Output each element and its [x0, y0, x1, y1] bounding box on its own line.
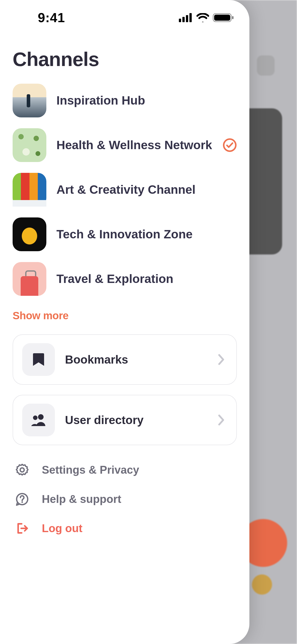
status-icons [179, 13, 237, 23]
channel-item-tech-innovation[interactable]: Tech & Innovation Zone [13, 217, 237, 251]
chevron-right-icon [218, 414, 225, 426]
nav-card-user-directory[interactable]: User directory [13, 395, 237, 445]
channel-item-health-wellness[interactable]: Health & Wellness Network [13, 128, 237, 162]
svg-rect-2 [186, 15, 188, 22]
channel-item-inspiration-hub[interactable]: Inspiration Hub [13, 83, 237, 117]
settings-item-settings-privacy[interactable]: Settings & Privacy [15, 463, 237, 477]
status-time: 9:41 [13, 10, 65, 25]
help-icon [15, 492, 29, 506]
page-title: Channels [13, 48, 237, 71]
svg-rect-3 [189, 13, 192, 22]
svg-point-10 [20, 468, 24, 472]
svg-rect-1 [182, 17, 185, 22]
svg-rect-6 [232, 16, 234, 19]
channel-thumbnail [13, 128, 46, 162]
channel-label: Inspiration Hub [56, 93, 237, 107]
svg-rect-5 [214, 15, 230, 21]
svg-rect-0 [179, 19, 181, 22]
show-more-button[interactable]: Show more [13, 310, 237, 322]
bookmark-icon [22, 343, 55, 376]
channel-label: Art & Creativity Channel [56, 183, 237, 197]
battery-icon [213, 13, 234, 23]
settings-item-help-support[interactable]: Help & support [15, 492, 237, 506]
channel-label: Health & Wellness Network [56, 138, 213, 152]
settings-list: Settings & Privacy Help & support Log ou… [13, 463, 237, 535]
side-drawer: 9:41 Channels Inspiration Hub [0, 0, 249, 644]
channel-list: Inspiration Hub Health & Wellness Networ… [13, 83, 237, 296]
users-icon [22, 404, 55, 436]
wifi-icon [196, 13, 209, 22]
svg-point-8 [38, 414, 44, 420]
cellular-icon [179, 13, 193, 22]
nav-card-label: Bookmarks [65, 353, 208, 366]
svg-point-12 [21, 501, 23, 503]
logout-icon [15, 521, 29, 535]
channel-label: Tech & Innovation Zone [56, 227, 237, 241]
channel-item-travel-exploration[interactable]: Travel & Exploration [13, 262, 237, 296]
gear-icon [15, 463, 29, 477]
nav-card-list: Bookmarks User directory [13, 334, 237, 445]
nav-card-bookmarks[interactable]: Bookmarks [13, 334, 237, 385]
chevron-right-icon [218, 354, 225, 365]
settings-label: Help & support [42, 493, 121, 505]
svg-point-9 [33, 415, 38, 420]
check-circle-icon [223, 138, 237, 152]
channel-thumbnail [13, 217, 46, 251]
channel-thumbnail [13, 262, 46, 296]
nav-card-label: User directory [65, 413, 208, 427]
settings-label: Log out [42, 522, 82, 535]
status-bar: 9:41 [13, 0, 237, 28]
channel-item-art-creativity[interactable]: Art & Creativity Channel [13, 173, 237, 207]
channel-thumbnail [13, 173, 46, 207]
channel-thumbnail [13, 84, 46, 117]
settings-label: Settings & Privacy [42, 464, 139, 476]
settings-item-logout[interactable]: Log out [15, 521, 237, 535]
channel-label: Travel & Exploration [56, 272, 237, 286]
